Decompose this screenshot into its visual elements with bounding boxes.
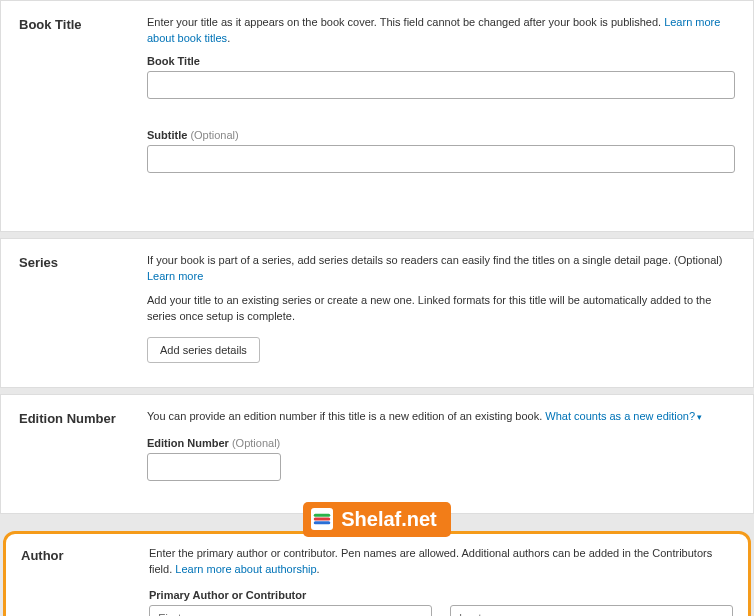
edition-help-link-text: What counts as a new edition? [545, 410, 695, 422]
subtitle-label-text: Subtitle [147, 129, 190, 141]
series-heading: Series [19, 253, 147, 363]
edition-field-label: Edition Number (Optional) [147, 437, 735, 449]
book-title-input[interactable] [147, 71, 735, 99]
series-learn-more-link[interactable]: Learn more [147, 270, 203, 282]
series-panel: Series If your book is part of a series,… [0, 238, 754, 388]
add-series-details-button[interactable]: Add series details [147, 337, 260, 363]
chevron-down-icon: ▾ [697, 412, 702, 422]
book-title-field-label: Book Title [147, 55, 735, 67]
edition-number-input[interactable] [147, 453, 281, 481]
author-field-label: Primary Author or Contributor [149, 589, 733, 601]
subtitle-optional-text: (Optional) [190, 129, 238, 141]
author-last-name-input[interactable] [450, 605, 733, 616]
author-heading: Author [21, 546, 149, 616]
shelaf-logo-badge: Shelaf.net [303, 502, 451, 537]
edition-help-link[interactable]: What counts as a new edition?▾ [545, 410, 702, 422]
series-desc-1-text: If your book is part of a series, add se… [147, 254, 722, 266]
logo-row: Shelaf.net [0, 502, 754, 537]
series-desc-2: Add your title to an existing series or … [147, 293, 735, 325]
author-help-link[interactable]: Learn more about authorship [175, 563, 316, 575]
author-first-name-input[interactable] [149, 605, 432, 616]
book-title-desc-text: Enter your title as it appears on the bo… [147, 16, 664, 28]
author-description: Enter the primary author or contributor.… [149, 546, 733, 578]
book-title-description: Enter your title as it appears on the bo… [147, 15, 735, 47]
edition-label-text: Edition Number [147, 437, 232, 449]
book-title-heading: Book Title [19, 15, 147, 207]
edition-description: You can provide an edition number if thi… [147, 409, 735, 425]
edition-optional-text: (Optional) [232, 437, 280, 449]
edition-desc-text: You can provide an edition number if thi… [147, 410, 545, 422]
shelaf-logo-icon [311, 508, 333, 530]
edition-number-panel: Edition Number You can provide an editio… [0, 394, 754, 514]
book-title-panel: Book Title Enter your title as it appear… [0, 0, 754, 232]
edition-heading: Edition Number [19, 409, 147, 481]
series-desc-1: If your book is part of a series, add se… [147, 253, 735, 285]
author-panel: Author Enter the primary author or contr… [3, 531, 751, 616]
shelaf-logo-text: Shelaf.net [341, 508, 437, 531]
subtitle-field-label: Subtitle (Optional) [147, 129, 735, 141]
subtitle-input[interactable] [147, 145, 735, 173]
